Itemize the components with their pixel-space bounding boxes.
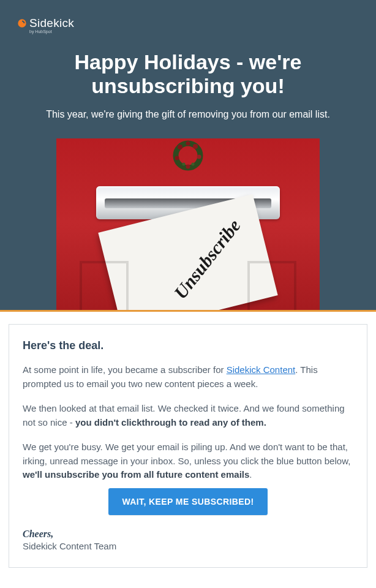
bold-text: we'll unsubscribe you from all future co…: [23, 469, 249, 480]
message-card: Here's the deal. At some point in life, …: [9, 324, 367, 568]
hero-image: Unsubscribe: [56, 138, 320, 310]
wreath-icon: [164, 138, 212, 172]
paragraph-3: We get you're busy. We get your email is…: [23, 440, 353, 482]
hero-subtitle: This year, we're giving the gift of remo…: [0, 109, 376, 120]
sidekick-logo-icon: [17, 18, 27, 28]
bold-text: you didn't clickthrough to read any of t…: [75, 417, 266, 428]
svg-point-2: [193, 144, 198, 149]
svg-point-7: [182, 163, 186, 166]
envelope-label: Unsubscribe: [170, 216, 244, 303]
hero-section: Sidekick by HubSpot Happy Holidays - we'…: [0, 0, 376, 312]
svg-point-1: [178, 145, 182, 149]
hero-title: Happy Holidays - we're unsubscribing you…: [0, 50, 376, 98]
svg-point-4: [175, 156, 179, 160]
signoff: Cheers,: [23, 529, 353, 540]
brand-name: Sidekick: [29, 18, 74, 28]
paragraph-2: We then looked at that email list. We ch…: [23, 402, 353, 429]
sidekick-content-link[interactable]: Sidekick Content: [227, 364, 296, 375]
svg-point-3: [197, 155, 201, 159]
brand-logo: Sidekick by HubSpot: [0, 18, 376, 37]
brand-byline: by HubSpot: [29, 29, 74, 34]
keep-subscribed-button[interactable]: WAIT, KEEP ME SUBSCRIBED!: [108, 488, 267, 515]
content-section: Here's the deal. At some point in life, …: [0, 312, 376, 582]
svg-point-6: [186, 141, 190, 146]
paragraph-1: At some point in life, you became a subs…: [23, 363, 353, 391]
svg-point-5: [186, 165, 190, 169]
door-panel: [247, 261, 296, 310]
cta-row: WAIT, KEEP ME SUBSCRIBED!: [23, 488, 353, 515]
team-signature: Sidekick Content Team: [23, 541, 353, 551]
svg-point-8: [192, 163, 195, 166]
card-heading: Here's the deal.: [23, 339, 353, 352]
door-panel: [80, 261, 129, 310]
